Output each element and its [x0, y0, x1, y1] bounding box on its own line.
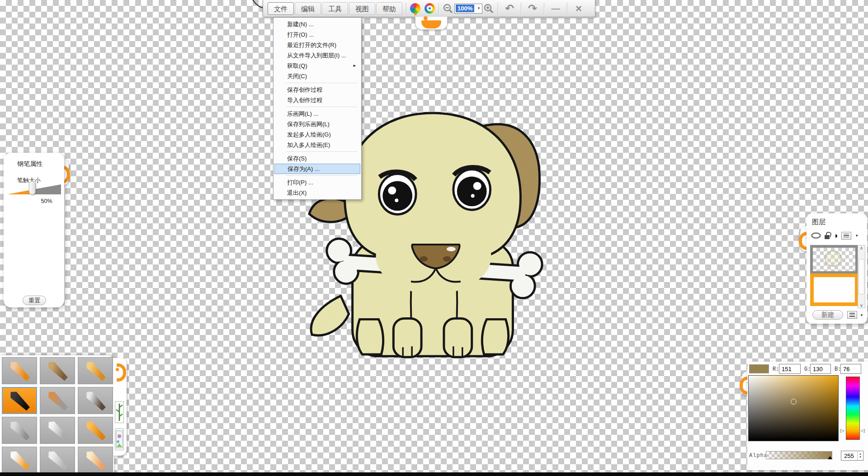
tool-ink-brush[interactable] — [78, 387, 113, 414]
tool-brush[interactable] — [40, 357, 75, 384]
layer-opacity-icon[interactable]: ◑ — [833, 232, 838, 240]
menu-item-label: 新建(N) ... — [287, 19, 357, 29]
picture-brush-button[interactable] — [115, 429, 124, 450]
file-menu-item[interactable]: 保存到乐画网(L) — [274, 119, 360, 129]
tool-oil-brush[interactable] — [40, 387, 75, 414]
file-menu-item[interactable]: 新建(N) ... — [274, 19, 360, 29]
brush-icon — [45, 358, 70, 382]
menu-view[interactable]: 视图 — [349, 2, 375, 15]
reset-button[interactable]: 重置 — [23, 296, 46, 305]
community-icon[interactable] — [425, 3, 435, 14]
menu-help[interactable]: 帮助 — [376, 2, 402, 15]
submenu-arrow-icon: ► — [353, 61, 357, 71]
close-button[interactable]: × — [571, 2, 586, 15]
file-menu-item[interactable]: 保存(S) — [274, 153, 360, 164]
bamboo-brush-button[interactable] — [115, 401, 124, 423]
alpha-label: Alpha — [749, 452, 768, 459]
menu-item-label: 打开(O) ... — [287, 29, 357, 40]
scroll-up-icon[interactable]: ∧ — [860, 245, 863, 250]
new-layer-button[interactable]: 新建 — [812, 310, 843, 320]
alpha-spinner[interactable]: 255 ▲ ▼ — [841, 451, 863, 461]
file-menu-item[interactable]: 最近打开的文件(R) — [274, 40, 360, 50]
hue-slider[interactable] — [846, 377, 860, 440]
file-menu-item[interactable]: 保存为(A) ... — [274, 164, 360, 174]
tool-airbrush[interactable] — [2, 417, 37, 444]
zoom-level-value: 100% — [456, 5, 474, 12]
alpha-spin-buttons[interactable]: ▲ ▼ — [857, 451, 863, 460]
file-menu-item[interactable]: 打印(P) ... — [274, 177, 360, 188]
zoom-in-icon[interactable] — [483, 3, 494, 14]
menu-item-label: 关闭(C) — [287, 71, 357, 81]
layer-list-scrollbar[interactable]: ∧ ∨ — [858, 245, 865, 308]
tool-drop-pen[interactable] — [40, 447, 75, 474]
layers-panel-title: 图层 — [812, 218, 826, 226]
red-input[interactable] — [779, 364, 801, 374]
zoom-out-icon[interactable] — [443, 3, 453, 14]
tool-pencil[interactable] — [2, 357, 37, 384]
ink-brush-icon — [83, 388, 108, 412]
lehua-logo-icon[interactable] — [410, 3, 420, 14]
file-menu-item[interactable]: 发起多人绘画(G) — [274, 129, 360, 140]
tool-marker[interactable] — [2, 447, 37, 474]
zoom-level-field[interactable]: 100% ▼ — [454, 4, 482, 14]
zoom-dropdown-icon[interactable]: ▼ — [476, 6, 482, 10]
layer-visibility-icon[interactable] — [811, 232, 821, 239]
alpha-marker-icon[interactable] — [828, 456, 832, 459]
file-menu-item[interactable]: 关闭(C) — [274, 71, 360, 81]
menu-edit[interactable]: 编辑 — [295, 2, 321, 15]
alpha-gradient — [766, 452, 832, 459]
undo-icon[interactable]: ↶ — [502, 2, 517, 15]
layer-item-background-selected[interactable] — [810, 273, 859, 306]
color-picker-marker[interactable] — [791, 399, 797, 405]
menu-item-label: 保存(S) — [287, 153, 357, 164]
brush-size-slider-thumb[interactable] — [29, 181, 36, 195]
menu-file[interactable]: 文件 — [268, 2, 294, 15]
green-input[interactable] — [810, 364, 831, 374]
layers-menu-dropdown-icon[interactable]: ▼ — [860, 313, 863, 317]
toolbar-collapse-tab[interactable] — [415, 17, 448, 30]
scrollbar-thumb[interactable] — [859, 259, 864, 294]
toolbar-separator — [567, 3, 567, 14]
file-menu-item[interactable]: 导入创作过程 — [274, 95, 360, 105]
red-label: R: — [773, 366, 779, 372]
redo-icon[interactable]: ↷ — [525, 2, 540, 15]
tool-palette-knife[interactable] — [40, 417, 75, 444]
tool-crayon[interactable] — [78, 357, 113, 384]
minimize-button[interactable]: — — [548, 2, 563, 15]
layer-options-button[interactable] — [841, 232, 851, 240]
file-menu-item[interactable]: 获取(Q)► — [274, 61, 360, 71]
current-color-swatch — [749, 364, 769, 373]
menu-item-label: 导入创作过程 — [287, 95, 357, 105]
file-menu-item[interactable]: 加入多人绘画(E) — [274, 140, 360, 150]
tool-paint-roller[interactable] — [78, 417, 113, 444]
spin-down-icon[interactable]: ▼ — [859, 456, 862, 459]
layer-lock-icon[interactable] — [825, 235, 830, 239]
orange-handle-icon[interactable] — [115, 363, 124, 378]
file-menu-item[interactable]: 退出(X) — [274, 188, 360, 198]
file-menu-item[interactable]: 保存创作过程 — [274, 85, 360, 95]
pen-panel-title: 钢笔属性 — [17, 160, 42, 168]
pen-icon — [7, 388, 32, 412]
canvas-background[interactable]: 文件 编辑 工具 视图 帮助 100% ▼ ↶ ↷ — × — [0, 0, 868, 476]
toolbar-separator — [544, 3, 544, 14]
file-menu-item[interactable]: 打开(O) ... — [274, 29, 360, 40]
layers-menu-button[interactable] — [847, 311, 857, 319]
menu-tools[interactable]: 工具 — [322, 2, 348, 15]
tool-pen[interactable] — [2, 387, 37, 414]
blue-input[interactable] — [840, 364, 861, 374]
tool-eraser[interactable] — [78, 447, 113, 474]
layer-item-sketch[interactable] — [810, 245, 858, 274]
alpha-slider[interactable] — [766, 451, 832, 459]
brush-size-slider-track[interactable] — [36, 184, 61, 196]
saturation-value-picker[interactable] — [748, 375, 839, 441]
file-menu-item[interactable]: 从文件导入到图层(I) ... — [274, 50, 360, 61]
scroll-down-icon[interactable]: ∨ — [860, 303, 863, 308]
layer-options-dropdown-icon[interactable]: ▼ — [855, 234, 859, 238]
spin-up-icon[interactable]: ▲ — [859, 452, 862, 456]
logo-dot — [414, 13, 417, 15]
pen-properties-panel: 钢笔属性 笔触大小 50% 重置 — [4, 153, 64, 307]
alpha-value: 255 — [841, 452, 857, 459]
brush-size-value: 50% — [35, 198, 58, 204]
tool-palette-side-strip — [113, 358, 127, 456]
file-menu-item[interactable]: 乐画网(L) ... — [274, 108, 360, 119]
